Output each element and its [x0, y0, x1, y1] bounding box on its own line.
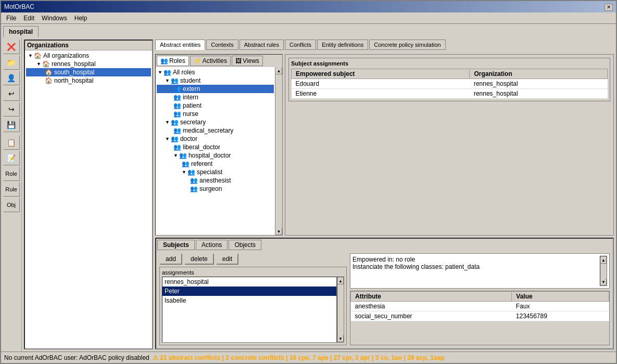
tab-activities[interactable]: ⚡ Activities — [190, 56, 231, 66]
role-student[interactable]: ▼ 👥 student — [157, 76, 274, 85]
tab-objects[interactable]: Objects — [229, 240, 261, 250]
role-secretary[interactable]: ▼ 👥 secretary — [157, 118, 274, 126]
title-bar-text: MotOrBAC — [4, 3, 34, 10]
role-all-roles[interactable]: ▼ 👥 All roles — [157, 68, 274, 76]
attr-social-secu: social_secu_number — [351, 311, 512, 321]
tab-abstract-entities[interactable]: Abstract entities — [155, 40, 205, 50]
left-sidebar: ❌ 📁 👤 ↩ ↪ 💾 📋 📝 Role Rule Obj — [1, 37, 22, 352]
delete-button[interactable]: delete — [184, 253, 214, 265]
tab-subjects[interactable]: Subjects — [157, 240, 195, 250]
main-window: MotOrBAC ✕ File Edit Windows Help hospit… — [0, 0, 617, 364]
sidebar-btn-save[interactable]: 💾 — [3, 118, 20, 132]
role-extern[interactable]: 👥 extern — [157, 85, 274, 93]
role-patient[interactable]: 👥 patient — [157, 101, 274, 110]
people-icon: 👥 — [173, 102, 181, 109]
home-icon: 🏠 — [45, 69, 53, 76]
attr-anesthesia: anesthesia — [351, 302, 512, 311]
bottom-tabs: Subjects Actions Objects — [156, 239, 613, 250]
scroll-up[interactable]: ▲ — [600, 256, 607, 264]
tab-hospital[interactable]: hospital — [3, 26, 39, 37]
add-button[interactable]: add — [159, 253, 182, 265]
tree-south-hospital[interactable]: 🏠 south_hospital — [26, 68, 151, 76]
content-area: hospital ❌ 📁 👤 ↩ ↪ 💾 📋 📝 Role Rule Obj — [1, 24, 616, 352]
role-referent[interactable]: 👥 referent — [157, 160, 274, 168]
tab-actions[interactable]: Actions — [196, 240, 228, 250]
cell-rennes1: rennes_hospital — [470, 79, 608, 89]
sidebar-btn-refresh2[interactable]: ↪ — [3, 102, 20, 116]
table-row[interactable]: Etienne rennes_hospital — [292, 89, 608, 99]
assignments-group-title: assignments — [162, 269, 344, 276]
organizations-tree: ▼ 🏠 All organizations ▼ 🏠 rennes_hospita… — [25, 50, 152, 348]
list-item-peter[interactable]: Peter — [162, 287, 336, 296]
role-surgeon[interactable]: 👥 surgeon — [157, 185, 274, 193]
status-bar: No current AdOrBAC user: AdOrBAC policy … — [1, 352, 616, 363]
main-content: Organizations ▼ 🏠 All organizations ▼ 🏠 — [22, 37, 616, 352]
assignments-group: assignments rennes_hospital Peter Isabel… — [159, 267, 347, 345]
home-icon: 🏠 — [45, 77, 53, 84]
tab-roles[interactable]: 👥 Roles — [157, 56, 189, 66]
scroll-down-btn[interactable]: ▼ — [275, 228, 282, 235]
arrow-specialist: ▼ — [182, 170, 186, 175]
table-row[interactable]: Edouard rennes_hospital — [292, 79, 608, 89]
menu-windows[interactable]: Windows — [39, 14, 70, 23]
sidebar-btn-user[interactable]: 👤 — [3, 71, 20, 85]
edit-button[interactable]: edit — [216, 253, 238, 265]
role-liberal-doctor[interactable]: 👥 liberal_doctor — [157, 143, 274, 151]
list-item-rennes[interactable]: rennes_hospital — [162, 277, 336, 287]
sidebar-btn-stop[interactable]: 📋 — [3, 135, 20, 150]
table-row[interactable]: social_secu_number 123456789 — [351, 311, 609, 321]
role-medical-secretary[interactable]: 👥 medical_secretary — [157, 126, 274, 135]
scroll-down[interactable]: ▼ — [337, 335, 344, 342]
scroll-up-btn[interactable]: ▲ — [275, 67, 282, 74]
organizations-title: Organizations — [25, 41, 152, 50]
roles-scrollbar[interactable]: ▲ ▼ — [275, 67, 282, 235]
sidebar-btn-folder[interactable]: 📁 — [3, 55, 20, 70]
list-scrollbar[interactable]: ▲ ▼ — [337, 277, 344, 343]
arrow-icon: ▼ — [28, 53, 33, 58]
role-specialist[interactable]: ▼ 👥 specialist — [157, 168, 274, 176]
attr-col-attribute: Attribute — [351, 292, 512, 302]
sidebar-btn-rule[interactable]: Rule — [3, 182, 20, 197]
people-icon: 👥 — [190, 177, 198, 184]
tree-north-hospital[interactable]: 🏠 north_hospital — [26, 76, 151, 85]
tab-concrete-sim[interactable]: Concrete policy simulation — [369, 40, 445, 50]
scroll-track — [275, 74, 282, 228]
tree-rennes[interactable]: ▼ 🏠 rennes_hospital — [26, 60, 151, 68]
tab-conflicts[interactable]: Conflicts — [285, 40, 316, 50]
right-section: Abstract entities Contexts Abstract rule… — [155, 40, 614, 349]
role-intern[interactable]: 👥 intern — [157, 93, 274, 101]
home-icon: 🏠 — [34, 52, 42, 59]
sidebar-btn-edit[interactable]: 📝 — [3, 151, 20, 165]
role-hospital-doctor[interactable]: ▼ 👥 hospital_doctor — [157, 151, 274, 160]
empowered-info-area: Empowered in: no role Instanciate the fo… — [350, 253, 610, 345]
tree-all-orgs[interactable]: ▼ 🏠 All organizations — [26, 51, 151, 60]
sidebar-btn-role[interactable]: Role — [3, 166, 20, 181]
roles-icon: 👥 — [160, 57, 168, 64]
empowered-scrollbar[interactable]: ▲ ▼ — [600, 256, 607, 286]
sidebar-btn-close[interactable]: ❌ — [3, 40, 20, 54]
views-icon: 🖼 — [235, 57, 242, 64]
scroll-down[interactable]: ▼ — [600, 278, 607, 285]
role-anesthesist[interactable]: 👥 anesthesist — [157, 176, 274, 185]
sidebar-btn-obj[interactable]: Obj — [3, 198, 20, 212]
tab-views[interactable]: 🖼 Views — [232, 56, 263, 66]
menu-help[interactable]: Help — [71, 14, 91, 23]
tab-entity-defs[interactable]: Entity definitions — [317, 40, 368, 50]
tab-abstract-rules[interactable]: Abstract rules — [240, 40, 284, 50]
close-button[interactable]: ✕ — [605, 4, 613, 11]
menu-file[interactable]: File — [3, 14, 19, 23]
scroll-up[interactable]: ▲ — [337, 277, 344, 284]
main-tabs: Abstract entities Contexts Abstract rule… — [155, 40, 614, 50]
table-row[interactable]: anesthesia Faux — [351, 302, 609, 311]
people-icon: 👥 — [171, 119, 179, 126]
list-item-isabelle[interactable]: Isabelle — [162, 296, 336, 305]
people-icon: 👥 — [171, 77, 179, 84]
role-nurse[interactable]: 👥 nurse — [157, 110, 274, 118]
sidebar-btn-refresh1[interactable]: ↩ — [3, 86, 20, 101]
assignments-listbox[interactable]: rennes_hospital Peter Isabelle — [162, 277, 337, 343]
tab-contexts[interactable]: Contexts — [206, 40, 238, 50]
title-bar: MotOrBAC ✕ — [1, 1, 616, 12]
role-doctor[interactable]: ▼ 👥 doctor — [157, 135, 274, 143]
top-tab-row: hospital — [1, 24, 616, 37]
menu-edit[interactable]: Edit — [20, 14, 37, 23]
